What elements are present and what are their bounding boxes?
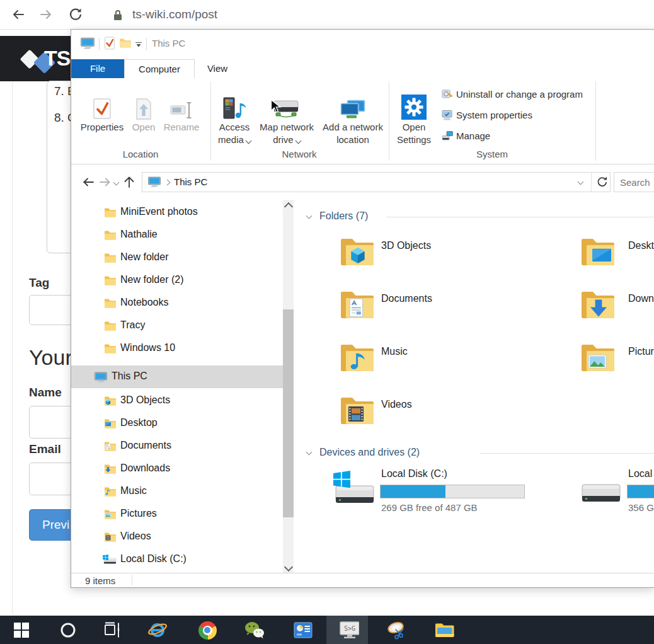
- tile-videos[interactable]: [340, 394, 375, 427]
- explorer-titlebar[interactable]: This PC: [71, 30, 654, 59]
- drive-c-label[interactable]: Local Disk (C:): [381, 468, 447, 480]
- search-placeholder: Search: [620, 177, 650, 188]
- manage-label: Manage: [456, 130, 490, 141]
- map-network-drive-icon: [256, 82, 317, 121]
- uninstall-program-button[interactable]: Uninstall or change a program: [442, 87, 583, 101]
- tile-desktop[interactable]: [580, 235, 616, 268]
- system-app-icon[interactable]: [293, 620, 313, 640]
- file-explorer-icon[interactable]: [434, 620, 454, 640]
- tile-label[interactable]: Deskt: [628, 240, 654, 251]
- tile-documents[interactable]: [340, 288, 375, 321]
- tree-label: Documents: [120, 440, 171, 451]
- dropdown-caret-icon: [295, 137, 301, 144]
- sg-display-icon[interactable]: S>G: [339, 620, 359, 640]
- start-button-icon[interactable]: [11, 620, 32, 640]
- tree-label: This PC: [112, 371, 147, 382]
- refresh-icon[interactable]: [595, 175, 609, 189]
- drive-2-usage-fill: [628, 485, 654, 498]
- properties-button[interactable]: Properties: [77, 82, 127, 134]
- scroll-up-icon[interactable]: [284, 202, 293, 211]
- devices-section-header[interactable]: Devices and drives (2): [319, 447, 420, 458]
- status-separator: [132, 575, 132, 585]
- qat-new-folder-icon[interactable]: [119, 37, 132, 49]
- tree-item-videos[interactable]: Videos: [71, 526, 283, 548]
- tree-item-nathalie[interactable]: Nathalie: [71, 224, 283, 246]
- tile-downloads[interactable]: [580, 288, 616, 321]
- tile-label[interactable]: Down: [628, 293, 654, 304]
- drive-2-info: 356 G: [628, 502, 654, 513]
- tree-item-music[interactable]: Music: [71, 480, 283, 503]
- folders-section-header[interactable]: Folders (7): [319, 210, 368, 222]
- tree-item-documents[interactable]: Documents: [71, 435, 283, 457]
- tree-label: Videos: [120, 531, 151, 542]
- tree-item-notebooks[interactable]: Notebooks: [71, 292, 283, 314]
- drive-c-icon[interactable]: [332, 469, 376, 511]
- nav-forward-icon[interactable]: [99, 176, 112, 188]
- tile-label[interactable]: 3D Objects: [381, 240, 431, 251]
- search-input[interactable]: Search: [614, 172, 654, 192]
- tab-computer[interactable]: Computer: [124, 59, 195, 78]
- tree-item-pictures[interactable]: Pictures: [71, 503, 283, 526]
- open-button[interactable]: Open: [129, 82, 158, 134]
- manage-button[interactable]: Manage: [442, 129, 490, 142]
- nav-back-icon[interactable]: [81, 176, 95, 188]
- folders-collapse-icon[interactable]: [306, 213, 313, 219]
- drive-2-icon[interactable]: [579, 473, 623, 511]
- wechat-icon[interactable]: [244, 620, 264, 640]
- nav-up-icon[interactable]: [123, 175, 135, 189]
- browser-back-icon[interactable]: [11, 8, 25, 21]
- tree-item-minievent-photos[interactable]: MiniEvent photos: [71, 201, 283, 224]
- tree-item-3d-objects[interactable]: 3D Objects: [71, 389, 283, 412]
- devices-collapse-icon[interactable]: [306, 449, 313, 456]
- snipping-tool-icon[interactable]: [386, 620, 406, 640]
- tab-file[interactable]: File: [71, 59, 124, 78]
- tree-item-local-disk-c[interactable]: Local Disk (C:): [71, 548, 283, 571]
- tile-3d-objects[interactable]: [340, 235, 375, 268]
- map-network-drive-button[interactable]: Map network drive: [256, 82, 317, 146]
- chrome-icon[interactable]: [197, 620, 217, 640]
- scroll-down-icon[interactable]: [284, 563, 293, 572]
- tree-item-windows-10[interactable]: Windows 10: [71, 337, 283, 360]
- qat-properties-icon[interactable]: [104, 37, 115, 50]
- site-logo-text[interactable]: TS: [44, 46, 70, 71]
- tree-item-desktop[interactable]: Desktop: [71, 412, 283, 435]
- qat-customize-icon[interactable]: [135, 42, 142, 48]
- tree-item-new-folder-2[interactable]: New folder (2): [71, 269, 283, 292]
- tile-label[interactable]: Music: [381, 346, 408, 357]
- address-box[interactable]: This PC: [142, 172, 611, 192]
- tree-item-this-pc[interactable]: This PC: [71, 365, 283, 388]
- add-network-location-button[interactable]: Add a network location: [318, 82, 387, 146]
- window-title: This PC: [152, 38, 185, 49]
- tile-music[interactable]: [340, 341, 375, 374]
- map-drive-line2: drive: [273, 134, 294, 145]
- address-dropdown-caret-icon[interactable]: [578, 179, 584, 185]
- tree-item-new-folder[interactable]: New folder: [71, 246, 283, 269]
- browser-forward-icon[interactable]: [39, 8, 53, 21]
- breadcrumb[interactable]: This PC: [174, 176, 207, 187]
- tree-scrollbar[interactable]: [283, 200, 294, 573]
- breadcrumb-pc-icon: [147, 176, 161, 188]
- address-url[interactable]: ts-wiki.com/post: [132, 8, 217, 21]
- file-explorer-window: This PC File Computer View Properties: [71, 29, 654, 588]
- tree-item-tracy[interactable]: Tracy: [71, 314, 283, 337]
- recent-locations-caret-icon[interactable]: [113, 180, 120, 186]
- browser-reload-icon[interactable]: [68, 7, 83, 22]
- rename-button[interactable]: Rename: [159, 82, 204, 134]
- tile-label[interactable]: Documents: [381, 293, 432, 304]
- drive-2-label[interactable]: Local: [628, 468, 652, 480]
- explorer-main: MiniEvent photos Nathalie New folder New…: [71, 200, 654, 573]
- open-settings-button[interactable]: Open Settings: [390, 82, 438, 146]
- tree-label: Notebooks: [120, 297, 169, 308]
- system-properties-button[interactable]: System properties: [442, 108, 532, 122]
- cortana-icon[interactable]: [58, 620, 78, 640]
- access-media-button[interactable]: Access media: [214, 82, 255, 146]
- scrollbar-thumb[interactable]: [283, 309, 294, 517]
- tab-view[interactable]: View: [195, 59, 240, 78]
- tile-label[interactable]: Videos: [381, 399, 412, 410]
- tile-pictures[interactable]: [580, 341, 616, 374]
- internet-explorer-icon[interactable]: [147, 620, 167, 640]
- music-folder-icon: [104, 486, 117, 497]
- task-view-icon[interactable]: [102, 620, 122, 640]
- tile-label[interactable]: Pictur: [628, 346, 654, 357]
- tree-item-downloads[interactable]: Downloads: [71, 457, 283, 480]
